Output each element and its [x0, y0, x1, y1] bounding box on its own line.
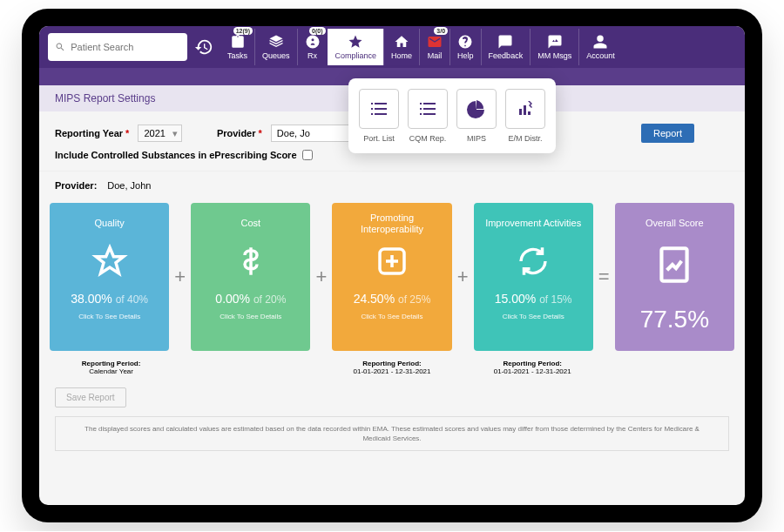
tasks-icon [230, 34, 246, 50]
mail-icon [427, 34, 443, 50]
nav-items: 12(9) Tasks Queues 0(0) Rx Compliance Ho… [220, 29, 736, 65]
card-cost[interactable]: Cost 0.00% of 20% Click To See Details [191, 203, 310, 351]
help-icon [457, 34, 473, 50]
plus-op: + [172, 266, 187, 288]
mmmsgs-icon [547, 34, 563, 50]
chart-icon [515, 98, 536, 119]
period-cost [190, 360, 313, 375]
nav-account[interactable]: Account [578, 29, 622, 65]
report-chart-icon [652, 243, 696, 290]
list-icon [368, 98, 389, 119]
star-icon [348, 34, 363, 50]
card-overall[interactable]: Overall Score 77.5% [615, 203, 734, 351]
checkbox-label: Include Controlled Substances in ePrescr… [55, 150, 297, 160]
nav-rx[interactable]: 0(0) Rx [297, 29, 328, 65]
refresh-icon [515, 243, 551, 283]
dd-mips[interactable]: MIPS [456, 89, 497, 143]
nav-mmmsgs[interactable]: MM Msgs [530, 29, 578, 65]
plus-op: + [456, 266, 470, 288]
nav-help[interactable]: Help [449, 29, 481, 65]
nav-feedback[interactable]: Feedback [481, 29, 531, 65]
feedback-icon [497, 34, 513, 50]
dd-cqm-rep[interactable]: CQM Rep. [408, 89, 448, 143]
provider-display: Provider:Doe, John [39, 171, 745, 198]
period-improve: Reporting Period:01-01-2021 - 12-31-2021 [471, 360, 594, 375]
period-quality: Reporting Period:Calendar Year [50, 360, 172, 375]
run-report-button[interactable]: Report [641, 124, 694, 143]
save-report-button[interactable]: Save Report [55, 387, 126, 407]
search-input[interactable] [71, 42, 180, 52]
period-interop: Reporting Period:01-01-2021 - 12-31-2021 [330, 360, 453, 375]
list-icon [417, 98, 438, 119]
screen: 12(9) Tasks Queues 0(0) Rx Compliance Ho… [39, 26, 745, 505]
nav-queues[interactable]: Queues [254, 29, 297, 65]
account-icon [592, 34, 608, 50]
disclaimer: The displayed scores and calculated valu… [55, 416, 729, 451]
period-overall [612, 360, 734, 375]
dd-port-list[interactable]: Port. List [359, 89, 399, 143]
year-label: Reporting Year * [55, 128, 129, 138]
compliance-dropdown: Port. List CQM Rep. MIPS E/M Distr. [348, 78, 556, 153]
provider-label: Provider * [217, 128, 262, 138]
card-quality[interactable]: Quality 38.00% of 40% Click To See Detai… [50, 203, 169, 351]
equals-op: = [597, 266, 612, 288]
dollar-icon [233, 243, 269, 283]
nav-compliance[interactable]: Compliance [328, 29, 384, 65]
star-outline-icon [91, 243, 128, 283]
card-improve[interactable]: Improvement Activities 15.00% of 15% Cli… [474, 203, 593, 351]
nav-home[interactable]: Home [383, 29, 419, 65]
mail-badge: 3/0 [434, 27, 448, 35]
tasks-badge: 12(9) [233, 27, 253, 35]
rx-icon [305, 34, 321, 50]
rx-badge: 0(0) [309, 27, 325, 35]
plus-op: + [314, 266, 328, 288]
search-icon [55, 41, 65, 53]
reporting-periods: Reporting Period:Calendar Year Reporting… [39, 356, 745, 384]
nav-tasks[interactable]: 12(9) Tasks [220, 29, 254, 65]
tablet-frame: 12(9) Tasks Queues 0(0) Rx Compliance Ho… [22, 9, 762, 522]
history-icon[interactable] [194, 37, 213, 57]
pie-icon [466, 98, 487, 119]
score-cards: Quality 38.00% of 40% Click To See Detai… [39, 198, 745, 356]
card-interop[interactable]: Promoting Interoperability 24.50% of 25%… [332, 203, 451, 351]
top-navigation: 12(9) Tasks Queues 0(0) Rx Compliance Ho… [39, 26, 745, 68]
home-icon [394, 34, 409, 50]
medical-cross-icon [374, 243, 410, 283]
nav-mail[interactable]: 3/0 Mail [419, 29, 449, 65]
queues-icon [268, 34, 284, 50]
controlled-substances-checkbox[interactable] [302, 150, 313, 160]
year-select[interactable]: 2021 [138, 125, 181, 142]
patient-search[interactable] [48, 33, 187, 61]
dd-em-distr[interactable]: E/M Distr. [505, 89, 545, 143]
